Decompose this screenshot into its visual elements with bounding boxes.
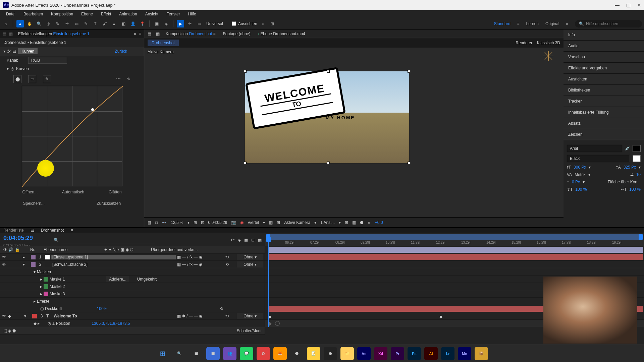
parent-dropdown[interactable]: Ohne ▾ [237,261,263,267]
parent-dropdown[interactable]: Ohne ▾ [237,254,263,260]
panel-effekte[interactable]: Effekte und Vorgaben [564,63,644,74]
stroke-color-swatch[interactable] [633,155,641,162]
timeline-tab-icon[interactable]: ▤ [31,228,34,233]
menu-effekt[interactable]: Effekt [98,11,114,17]
3d-tool-2[interactable]: ◈ [162,20,170,27]
local-axis-tool[interactable]: ▶ [177,20,184,27]
current-time[interactable]: 0:04:05:29 [0,233,50,244]
view-dropdown[interactable]: 1 Ansi... [320,220,335,225]
renderer-value[interactable]: Klassisch 3D [537,41,560,45]
panel-inhaltsfuellung[interactable]: Inhaltsbasierte Füllung [564,107,644,118]
taskbar-app-5[interactable]: ⬣ [290,347,304,360]
taskbar-app-me[interactable]: Me [458,347,471,360]
workspace-standard[interactable]: Standard [494,21,511,26]
menu-ebene[interactable]: Ebene [78,11,96,17]
renderlist-tab[interactable]: Renderliste [3,228,24,233]
taskbar-app-ps[interactable]: Ps [408,347,421,360]
text-tool[interactable]: T [92,20,99,27]
taskbar-app-explorer[interactable]: 📁 [340,347,354,360]
orbit-tool[interactable]: ◎ [45,20,52,27]
camera-dropdown[interactable]: Aktive Kamera [284,220,310,225]
taskbar-app-notes[interactable]: 📝 [307,347,320,360]
taskbar-app-opera[interactable]: O [257,347,270,360]
vscale-value[interactable]: 100 % [575,187,587,192]
video-preview[interactable]: WELCOME TO MY HOME [245,71,409,163]
curves-smooth-button[interactable]: Glätten [109,190,122,194]
layer-row-1[interactable]: 👁 ▸ 1 [Einste...gsebene 1] ▦ — / fx — ◉ … [0,253,265,261]
zoom-tool[interactable]: 🔍 [35,20,43,27]
world-axis-tool[interactable]: ✛ [186,20,194,27]
footer-icon[interactable]: ▦ [148,220,151,225]
footer-icon[interactable]: ⬣ [360,220,363,225]
search-taskbar-icon[interactable]: 🔍 [173,347,186,360]
composition-tab[interactable]: Komposition Drohnenshot ≡ [164,30,217,38]
switch-mode-toggle[interactable]: Schalter/Modi [237,328,261,333]
rotate-tool[interactable]: ↻ [54,20,61,27]
eraser-tool[interactable]: ◧ [120,20,127,27]
menu-hilfe[interactable]: Hilfe [185,11,200,17]
pen-tool[interactable]: ✎ [82,20,90,27]
eyedropper-icon[interactable]: 💉 [625,146,630,151]
comp-tab-icon[interactable]: ▤ [148,32,151,36]
tl-tool-icon[interactable]: ⟳ [231,238,234,242]
workspace-original[interactable]: Original [545,21,559,26]
footer-icon[interactable]: □ [155,220,158,225]
playhead[interactable] [268,240,269,327]
visibility-icon[interactable]: 👁 [1,314,7,318]
taskbar-app-ai[interactable]: Ai [424,347,438,360]
taskbar-app-firefox[interactable]: 🦊 [273,347,287,360]
hand-tool[interactable]: ✋ [26,20,33,27]
layer-row-2[interactable]: 👁 ▾ 2 [Schwar...bfläche 2] ▦ — / fx — ◉ … [0,261,265,268]
font-style-dropdown[interactable]: Black [567,155,630,162]
exposure-icon[interactable]: ☼ [367,220,371,225]
effect-reset-link[interactable]: Zurück [115,49,127,54]
maximize-button[interactable]: ▢ [626,2,631,8]
taskbar-app-whatsapp[interactable]: 💬 [240,347,253,360]
mask-invert-label[interactable]: Umgekehrt [137,277,157,282]
visibility-icon[interactable]: 👁 [1,255,7,259]
snap-tool[interactable]: ⟐ [259,20,267,27]
taskbar-app-obs[interactable]: ◉ [324,347,337,360]
taskview-icon[interactable]: ▤ [190,347,203,360]
linear-tool-icon[interactable]: ▭ [28,75,36,83]
layer-tab[interactable]: ▪ Ebene Drohnenshot.mp4 [257,30,307,38]
workspace-more[interactable]: » [566,21,568,26]
comp-breadcrumb[interactable]: Drohnenshot [148,40,179,46]
help-search[interactable]: 🔍 Hilfe durchsuchen [575,20,642,27]
taskbar-app-1[interactable]: ▦ [206,347,220,360]
exposure-value[interactable]: +0,0 [375,220,383,225]
channel-dropdown[interactable]: RGB [28,57,67,64]
mask-1-row[interactable]: ▸Maske 1 Addiere... Umgekehrt [0,276,265,283]
effect-controls-tab[interactable]: Effekteinstellungen Einstellungsebene 1 [15,30,92,38]
tl-tool-icon[interactable]: ⊡ [251,238,255,242]
comp-tab-icon-2[interactable]: ▦ [156,32,160,36]
footer-icon[interactable]: 👓 [162,220,167,225]
leading-value[interactable]: 325 Px [624,165,636,170]
stopwatch-icon[interactable]: ◷ [11,66,14,71]
minimize-button[interactable]: — [615,2,620,8]
layer-row-3[interactable]: 👁◆ ▾ 3 T Welcome To ▦ ✱ / — — ◉ ⟲ Ohne ▾ [0,312,265,320]
fx-badge-icon[interactable]: fx [7,49,10,54]
opacity-row[interactable]: ◷Deckkraft 100% ⟲ [0,305,265,312]
home-icon[interactable]: ⌂ [2,20,9,27]
font-family-dropdown[interactable]: Arial [567,145,622,152]
curves-auto-button[interactable]: Automatisch [62,190,84,194]
kerning-value[interactable]: Metrik [575,172,586,177]
footer-icon[interactable]: ▦ [352,220,356,225]
mask-3-row[interactable]: ▸Maske 3 [0,290,265,298]
tl-tool-icon[interactable]: ▦ [244,238,248,242]
puppet-tool[interactable]: 📍 [139,20,146,27]
time-display[interactable]: 0:04:05:29 [208,220,227,225]
masks-group[interactable]: ▾Masken [0,268,265,276]
footer-icon[interactable]: ⊞ [277,220,280,225]
start-button[interactable]: ⊞ [156,347,169,360]
stamp-tool[interactable]: ▲ [110,20,118,27]
layer-search[interactable] [61,237,155,243]
search-icon[interactable]: 🔍 [54,238,59,242]
tl-tool-icon[interactable]: ◈ [238,238,241,242]
menu-ansicht[interactable]: Ansicht [142,11,162,17]
panel-audio[interactable]: Audio [564,41,644,52]
menu-animation[interactable]: Animation [116,11,140,17]
visibility-icon[interactable]: 👁 [1,262,7,267]
anchor-tool[interactable]: ✛ [63,20,71,27]
